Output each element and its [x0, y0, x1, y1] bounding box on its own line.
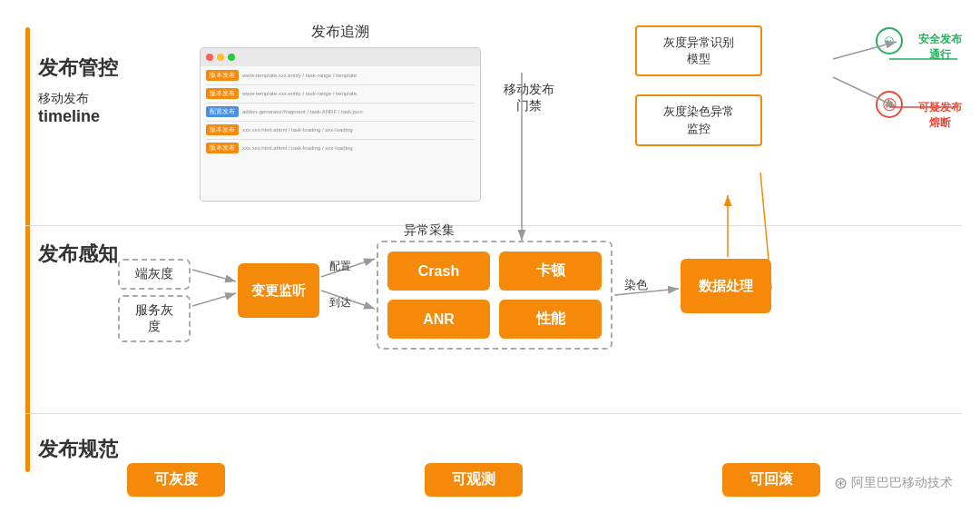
dot-red: [206, 54, 213, 61]
safe-line1: 安全发布: [918, 33, 962, 45]
fabu-zhuisu-title: 发布追溯: [200, 23, 481, 42]
mock-row-5: 版本发布 xxx.xxx.html.ahtml / task-loading /…: [206, 143, 475, 153]
suspect-publish-label: 可疑发布 熔断: [918, 100, 962, 131]
mock-row: 版本发布 www-template.xxx.entity / task-rang…: [206, 70, 475, 81]
brand-label: ⊛ 阿里巴巴移动技术: [834, 473, 953, 493]
crash-btn[interactable]: Crash: [387, 252, 490, 291]
svg-line-2: [192, 270, 236, 281]
gray-dye-box: 灰度染色异常监控: [635, 94, 762, 145]
service-gray-label: 服务灰度: [135, 302, 173, 333]
mock-tag-1: 版本发布: [206, 70, 239, 81]
dot-green: [228, 54, 235, 61]
sad-smiley: ☹: [876, 91, 903, 118]
mobile-menjin-label: 移动发布门禁: [504, 82, 554, 114]
exception-container: Crash 卡顿 ANR 性能: [377, 241, 612, 350]
mock-row-4: 版本发布 xxx.xxx.html.ahtml / task-loading /…: [206, 124, 475, 135]
change-monitor-label: 变更监听: [251, 282, 306, 300]
mobile-timeline-bold: timeline: [38, 107, 100, 126]
dot-yellow: [217, 54, 224, 61]
suspect-line2: 熔断: [929, 116, 951, 129]
mock-divider-2: [206, 103, 475, 104]
duan-grayed-box: 端灰度: [118, 259, 191, 290]
screenshot-content: 版本发布 www-template.xxx.entity / task-rang…: [201, 66, 480, 161]
mock-divider-4: [206, 139, 475, 140]
mobile-timeline-label: 移动发布 timeline: [38, 91, 100, 126]
ke-gray-tag: 可灰度: [127, 463, 225, 497]
screenshot-mock: 版本发布 www-template.xxx.entity / task-rang…: [200, 47, 481, 202]
screenshot-header: [201, 48, 480, 66]
divider-2: [25, 413, 962, 414]
config-label: 配置: [329, 259, 351, 274]
mock-text-1: www-template.xxx.entity / task-range / t…: [242, 73, 475, 78]
anr-btn[interactable]: ANR: [387, 300, 490, 339]
mock-text-2: www-template.xxx.entity / task-range / t…: [242, 91, 475, 96]
mock-row-2: 版本发布 www-template.xxx.entity / task-rang…: [206, 88, 475, 99]
left-bar: [25, 27, 30, 472]
bottom-tags: 可灰度 可观测 可回滚: [127, 463, 820, 497]
mock-divider-1: [206, 84, 475, 85]
svg-line-3: [192, 293, 236, 306]
section-release-norm: 发布规范: [38, 436, 118, 463]
safe-line2: 通行: [929, 48, 951, 61]
arrive-label: 到达: [329, 295, 351, 311]
data-process-label: 数据处理: [699, 278, 753, 295]
exception-collect-label: 异常采集: [404, 222, 455, 239]
mock-tag-3: 配置发布: [206, 106, 239, 117]
section-release-control: 发布管控: [38, 54, 118, 82]
gray-identify-box: 灰度异常识别模型: [635, 25, 762, 76]
right-boxes-area: 灰度异常识别模型 灰度染色异常监控: [635, 25, 762, 157]
main-container: 发布管控 发布感知 发布规范 发布追溯 版本发布 www-template.xx…: [0, 0, 980, 513]
ke-observable-tag: 可观测: [425, 463, 523, 497]
ke-rollback-tag: 可回滚: [722, 463, 820, 497]
fabu-zhuisu-area: 发布追溯 版本发布 www-template.xxx.entity / task…: [200, 23, 481, 200]
section-release-perception: 发布感知: [38, 241, 118, 268]
mock-tag-2: 版本发布: [206, 88, 239, 99]
service-grayed-box: 服务灰度: [118, 295, 191, 342]
mock-text-4: xxx.xxx.html.ahtml / task-loading / xxx-…: [242, 127, 475, 133]
performance-btn[interactable]: 性能: [499, 300, 602, 339]
stain-label: 染色: [624, 277, 648, 293]
brand-name: 阿里巴巴移动技术: [851, 475, 953, 491]
suspect-line1: 可疑发布: [918, 101, 962, 113]
mock-tag-5: 版本发布: [206, 143, 239, 153]
mock-text-5: xxx.xxx.html.ahtml / task-loading / xxx-…: [242, 145, 475, 151]
mobile-timeline-line1: 移动发布: [38, 91, 100, 107]
data-process-box: 数据处理: [681, 259, 771, 313]
mock-text-3: addon-generator/fragment / task-ANRF / t…: [242, 109, 475, 114]
mock-tag-4: 版本发布: [206, 124, 239, 135]
happy-smiley: ☺: [876, 27, 903, 54]
duan-gray-label: 端灰度: [135, 266, 173, 281]
mock-row-3: 配置发布 addon-generator/fragment / task-ANR…: [206, 106, 475, 117]
divider-1: [25, 225, 962, 226]
change-monitor-box: 变更监听: [238, 263, 319, 318]
safe-publish-label: 安全发布 通行: [918, 32, 962, 63]
mock-divider-3: [206, 121, 475, 122]
brand-icon: ⊛: [834, 473, 848, 493]
katun-btn[interactable]: 卡顿: [499, 252, 602, 291]
